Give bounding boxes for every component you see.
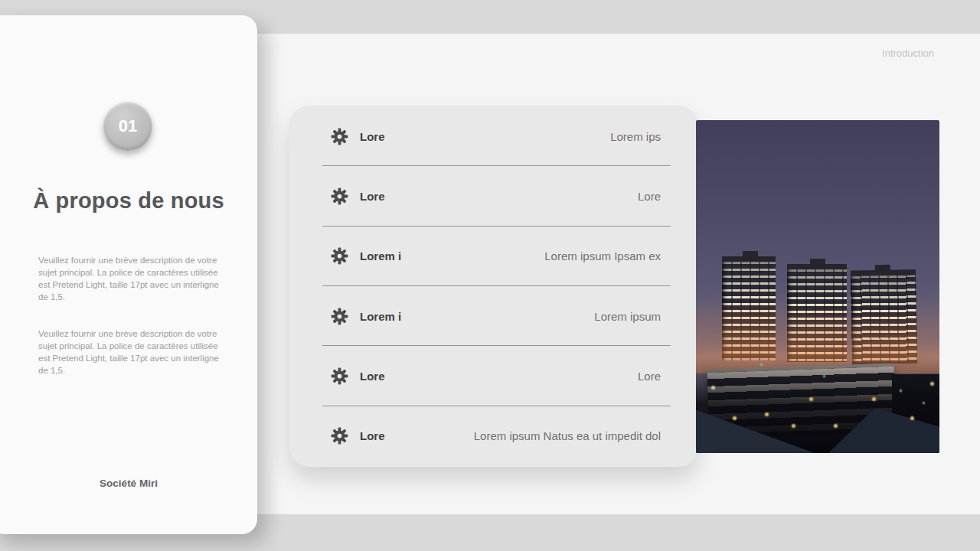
list-item-value: Lorem ipsum bbox=[594, 310, 661, 323]
page-title: À propos de nous bbox=[0, 188, 257, 214]
slide-canvas: Introduction 01 À propos de nous Veuille… bbox=[0, 0, 980, 551]
list-item[interactable]: Lore Lorem ips bbox=[289, 106, 698, 166]
list-item[interactable]: Lorem i Lorem ipsum Ipsam ex bbox=[289, 227, 698, 286]
list-item-label: Lore bbox=[360, 190, 385, 203]
list-item-label: Lore bbox=[360, 370, 385, 383]
office-tower bbox=[787, 264, 847, 362]
office-tower bbox=[722, 256, 776, 360]
gear-icon bbox=[331, 247, 348, 265]
list-item[interactable]: Lorem i Lorem ipsum bbox=[289, 286, 698, 346]
slide-section-tag: Introduction bbox=[882, 47, 934, 59]
list-item-value: Lore bbox=[638, 370, 661, 383]
list-item[interactable]: Lore Lore bbox=[289, 166, 698, 226]
street-lights bbox=[696, 120, 698, 122]
gear-icon bbox=[331, 427, 348, 445]
list-item-value: Lore bbox=[638, 190, 661, 203]
title-card: 01 À propos de nous Veuillez fournir une… bbox=[0, 15, 257, 534]
section-number-badge: 01 bbox=[103, 102, 152, 151]
office-tower bbox=[851, 269, 917, 364]
gear-icon bbox=[331, 187, 348, 205]
description-paragraph: Veuillez fournir une brève description d… bbox=[38, 254, 230, 303]
list-item-value: Lorem ipsum Ipsam ex bbox=[544, 249, 661, 262]
gear-icon bbox=[331, 367, 348, 385]
list-item-label: Lore bbox=[360, 429, 385, 442]
gear-icon bbox=[331, 128, 348, 145]
company-name: Société Miri bbox=[0, 478, 257, 489]
list-item-label: Lorem i bbox=[360, 310, 401, 323]
list-item[interactable]: Lore Lorem ipsum Natus ea ut impedit dol bbox=[289, 406, 698, 466]
gear-icon bbox=[331, 308, 348, 325]
list-item-label: Lorem i bbox=[360, 249, 401, 262]
list-item-value: Lorem ips bbox=[610, 130, 661, 143]
list-item-label: Lore bbox=[360, 130, 385, 143]
list-item-value: Lorem ipsum Natus ea ut impedit dol bbox=[474, 429, 661, 442]
details-panel: Lore Lorem ips Lore Lore Lorem i Lorem i… bbox=[289, 106, 698, 467]
list-item[interactable]: Lore Lore bbox=[289, 346, 698, 406]
city-skyline-photo bbox=[696, 120, 939, 453]
description-paragraph: Veuillez fournir une brève description d… bbox=[38, 328, 230, 377]
